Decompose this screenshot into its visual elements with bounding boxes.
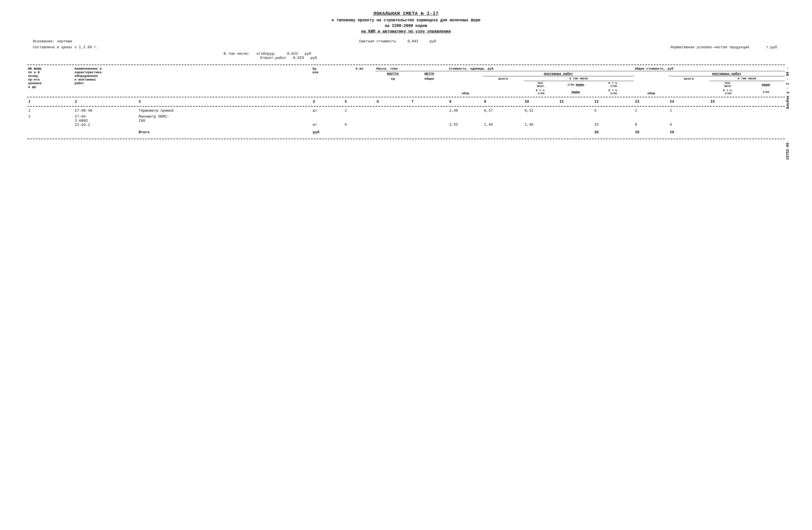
aoborud-unit: руб — [305, 52, 311, 56]
header-massa-brutno: БНУТТО — [375, 71, 410, 76]
row2-empty2 — [747, 114, 785, 128]
row2-ed: шт — [312, 114, 344, 128]
row2-name: Манометр ОБМI- I60 — [137, 114, 312, 128]
col-num-15: I5 — [709, 99, 747, 105]
header-obsh-osn: осн. эксп. — [709, 81, 747, 89]
row1-empty2 — [747, 108, 785, 114]
col-num-1: I — [27, 99, 74, 105]
header-obsh-obor: обор — [634, 71, 669, 96]
smetnaya-label: Сметная стоимость — [359, 39, 396, 43]
sostavlena: Составлена в ценах о I,I.69 г. — [33, 45, 99, 49]
row1-num: I — [27, 108, 74, 114]
itogo-label: Итого — [137, 128, 312, 135]
col-num-13: I3 — [634, 99, 669, 105]
header-obshaya: Общая стоимость, руб — [634, 66, 785, 71]
table-row: 2 I7-04 2-0002 II-93-2 Манометр ОБМI- I6… — [27, 114, 785, 128]
table-row: I I7-06-48 Термометр прямой шт 2 2,40 0,… — [27, 108, 785, 114]
itogo-empty6 — [448, 128, 483, 135]
header-massa-netto: НЕТТО — [410, 71, 448, 76]
header-obsh-mont-vsego: всего — [669, 76, 709, 96]
col-num-7: 7 — [410, 99, 448, 105]
h-empty1 — [375, 81, 410, 89]
row1-obsh-mont-vsego: I — [634, 108, 669, 114]
row1-mass-ed — [375, 108, 410, 114]
header-st-obor: обор — [448, 71, 483, 96]
row2-kvo: 6 — [344, 114, 376, 128]
header-col2: Наименование и характеристика оборудован… — [74, 66, 312, 96]
row1-obsh-obor: 5 — [593, 108, 634, 114]
osnovaniye: Основание: чертежи — [33, 39, 72, 43]
itogo-empty11 — [747, 128, 785, 135]
row1-mass-obsh — [410, 108, 448, 114]
row2-st-mont-ekspl — [559, 114, 593, 128]
h-empty2 — [410, 81, 448, 89]
row2-st-mont-vsego: I,49 — [483, 114, 524, 128]
row2-mass-obsh — [410, 114, 448, 128]
itogo-empty4 — [375, 128, 410, 135]
header-st-vtomchisle2: в т.ч. з/пл — [524, 88, 559, 96]
row1-name: Термометр прямой — [137, 108, 312, 114]
subtitle3: на КИП и автоматику по узлу управления — [27, 29, 785, 34]
aoborud-value: 0,022 — [287, 52, 298, 56]
col-num-6: 6 — [375, 99, 410, 105]
row1-st-mont-vsego: 0,37 — [483, 108, 524, 114]
row1-ed: шт — [312, 108, 344, 114]
row2-st-obor: 2,55 — [448, 114, 483, 128]
col-num-11: II — [559, 99, 593, 105]
h-empty3 — [375, 88, 410, 96]
header-stoimost: Стоимость, единицы, руб — [448, 66, 634, 71]
row1-obsh-mont-osn: I — [669, 108, 709, 114]
itogo-obsh-obor: 20 — [593, 128, 634, 135]
col-num-2: 2 — [74, 99, 138, 105]
itogo-empty9 — [559, 128, 593, 135]
header-st-osn: осн. эксп. — [524, 81, 559, 89]
row1-st-mont-ekspl — [559, 108, 593, 114]
itogo-empty10 — [709, 128, 747, 135]
header-st-bt: в т.ч. з/пл — [593, 81, 634, 89]
itogo-ed: руб — [312, 128, 344, 135]
header-massa-ed: ед — [375, 76, 410, 81]
row1-st-mont-osn: 0,3I — [524, 108, 559, 114]
header-col3: Ед изм — [312, 66, 344, 96]
smetnaya-unit: руб — [430, 39, 436, 43]
header-obsh-zpl: з/пл — [747, 88, 785, 96]
bmont-unit: руб — [310, 56, 317, 60]
header-obsh-mashin: машин — [747, 81, 785, 89]
col-num-10: IO — [524, 99, 559, 105]
col-num-5: 5 — [344, 99, 376, 105]
itogo-empty3 — [344, 128, 376, 135]
header-st-mont-vsego: всего — [483, 76, 524, 96]
row2-mass-ed — [375, 114, 410, 128]
header-obsh-bt: в т.ч. з/пл — [709, 88, 747, 96]
header-obsh-mont-label: монтажных работ — [669, 71, 785, 76]
header-massa-obsh: общая — [410, 76, 448, 81]
row1-shifr: I7-06-48 — [74, 108, 138, 114]
header-col4: К-во — [344, 66, 375, 96]
normativnaya-unit: т.руб. — [766, 45, 779, 49]
col-num-8: 8 — [448, 99, 483, 105]
col-num-9: 9 — [483, 99, 524, 105]
header-st-mashin2: машин — [559, 88, 593, 96]
header-st-zpl2: в т.ч. з/пл — [593, 88, 634, 96]
itogo-empty7 — [483, 128, 524, 135]
subtitle1: к типовому проекту на строительство корм… — [27, 18, 785, 23]
col-num-extra — [747, 99, 785, 105]
header-st-zpl: з/пл машин — [559, 81, 593, 89]
page-title: ЛОКАЛЬНАЯ СМЕТА № I-I7 — [27, 11, 785, 16]
itogo-empty5 — [410, 128, 448, 135]
header-col1: №№ Шифр пп и № позиц. пр-нта ценника и д… — [27, 66, 74, 96]
col-num-3: 3 — [137, 99, 312, 105]
column-numbers-row: I 2 3 4 5 6 7 8 9 IO II I2 I3 I4 I5 — [27, 99, 785, 105]
col-num-12: I2 — [593, 99, 634, 105]
bmont-label: б/монт.работ — [260, 56, 287, 60]
itogo-row: Итого руб 20 IO IO — [27, 128, 785, 135]
itogo-empty1 — [27, 128, 74, 135]
row2-obsh-mont-osn: 9 — [669, 114, 709, 128]
normativnaya-label: Нормативная условно-чистая продукция — [670, 45, 749, 49]
row2-obsh-mont-vsego: 9 — [634, 114, 669, 128]
row2-obsh-obor: I5 — [593, 114, 634, 128]
itogo-empty8 — [524, 128, 559, 135]
row1-kvo: 2 — [344, 108, 376, 114]
bmont-value: 0,0I9 — [293, 56, 304, 60]
h-empty4 — [410, 88, 448, 96]
